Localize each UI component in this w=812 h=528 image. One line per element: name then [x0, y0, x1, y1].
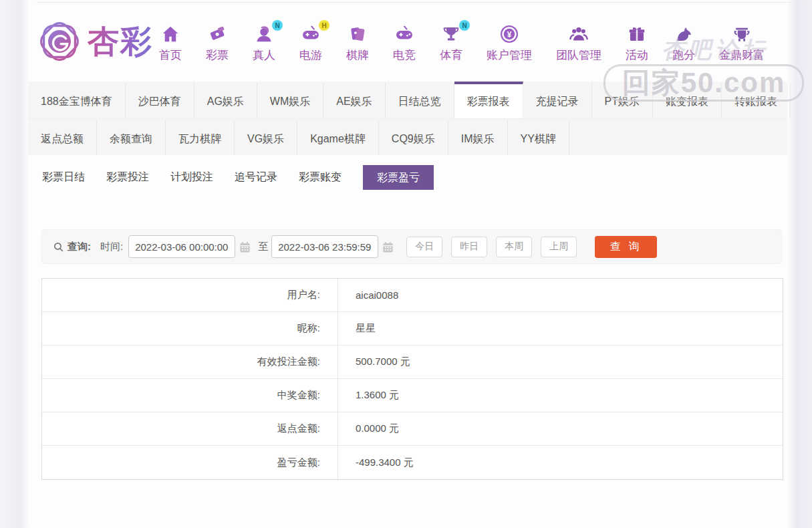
nav-item-egame[interactable]: H 电游	[299, 24, 322, 63]
tab-kgame[interactable]: Kgame棋牌	[297, 119, 379, 155]
brand-logo[interactable]: 杏彩	[37, 19, 153, 64]
today-button[interactable]: 今日	[406, 237, 442, 257]
row-label: 用户名:	[42, 279, 338, 311]
table-row: 返点金额: 0.0000 元	[42, 412, 783, 446]
query-bar: 查询: 时间: 至 今日 昨日 本周 上周 查 询	[41, 229, 782, 264]
activity-gift-icon	[627, 24, 647, 44]
nav-item-home[interactable]: 首页	[159, 24, 182, 63]
winning-amount-value: 1.3600 元	[338, 379, 783, 412]
tab-daily-summary[interactable]: 日结总览	[386, 82, 454, 118]
table-row: 有效投注金额: 500.7000 元	[42, 346, 783, 379]
table-row: 盈亏金额: -499.3400 元	[42, 446, 783, 479]
brand-name: 杏彩	[88, 21, 153, 63]
lotus-emblem-icon	[37, 19, 82, 64]
valid-bet-amount-value: 500.7000 元	[338, 346, 783, 378]
nav-item-activity[interactable]: 活动	[626, 24, 648, 63]
this-week-button[interactable]: 本周	[496, 237, 532, 257]
lottery-subtabs: 彩票日结 彩票投注 计划投注 追号记录 彩票账变 彩票盈亏	[42, 164, 434, 190]
main-nav: 首页 彩票 N 真人 H 电游 棋牌 电竞 N	[159, 24, 765, 63]
new-badge: N	[272, 20, 283, 31]
profit-report-table: 用户名: aicai0088 昵称: 星星 有效投注金额: 500.7000 元…	[41, 278, 783, 480]
row-label: 返点金额:	[42, 412, 338, 445]
hot-badge: H	[319, 20, 329, 31]
horse-icon	[674, 24, 694, 44]
page-left-margin	[0, 0, 29, 528]
tab-ag[interactable]: AG娱乐	[194, 82, 257, 118]
top-divider	[37, 2, 808, 3]
nav-item-lottery[interactable]: 彩票	[206, 24, 229, 63]
esports-gamepad-icon	[394, 24, 414, 44]
home-icon	[160, 24, 180, 44]
nav-item-live[interactable]: N 真人	[253, 24, 275, 63]
tab-balance-query[interactable]: 余额查询	[97, 119, 166, 155]
username-value: aicai0088	[338, 279, 783, 311]
new-badge: N	[459, 20, 470, 31]
nav-label: 电竞	[393, 47, 416, 63]
query-label: 查询:	[67, 241, 91, 253]
time-label: 时间:	[100, 241, 123, 253]
to-label: 至	[258, 241, 268, 253]
search-icon	[53, 241, 64, 253]
account-coin-icon: ¥	[499, 24, 519, 44]
time-to-input[interactable]	[271, 235, 378, 258]
nav-label: 首页	[159, 47, 182, 63]
calendar-icon[interactable]	[382, 241, 394, 253]
tab-rebate-total[interactable]: 返点总额	[28, 119, 97, 155]
tab-im[interactable]: IM娱乐	[448, 119, 508, 155]
subtab-plan-bets[interactable]: 计划投注	[170, 170, 213, 184]
nav-item-cards[interactable]: 棋牌	[346, 24, 369, 63]
sports-trophy-icon: N	[441, 24, 461, 44]
table-row: 中奖金额: 1.3600 元	[42, 379, 783, 412]
tab-yy[interactable]: YY棋牌	[508, 119, 569, 155]
profit-loss-amount-value: -499.3400 元	[338, 446, 783, 479]
tab-wm[interactable]: WM娱乐	[257, 82, 323, 118]
subtab-chase-records[interactable]: 追号记录	[235, 170, 277, 184]
row-label: 有效投注金额:	[42, 346, 338, 378]
time-from-input[interactable]	[128, 235, 235, 258]
subtab-lottery-daily[interactable]: 彩票日结	[42, 170, 85, 184]
tab-vg[interactable]: VG娱乐	[235, 119, 297, 155]
report-tabrow-1: 188金宝博体育 沙巴体育 AG娱乐 WM娱乐 AE娱乐 日结总览 彩票报表 充…	[28, 82, 787, 118]
egame-gamepad-icon: H	[301, 24, 321, 44]
tab-transfer-report[interactable]: 转账报表	[722, 82, 791, 118]
nav-item-sports[interactable]: N 体育	[440, 24, 462, 63]
nav-item-wealth[interactable]: 金鼎财富	[719, 24, 765, 63]
nav-label: 体育	[440, 47, 462, 63]
subtab-lottery-profit[interactable]: 彩票盈亏	[363, 165, 434, 190]
nav-label: 真人	[253, 47, 275, 63]
nav-item-team[interactable]: 团队管理	[556, 24, 601, 63]
tab-account-change[interactable]: 账变报表	[653, 82, 722, 118]
subtab-lottery-bets[interactable]: 彩票投注	[106, 170, 149, 184]
nav-item-esports[interactable]: 电竞	[393, 24, 416, 63]
yesterday-button[interactable]: 昨日	[451, 237, 487, 257]
table-row: 昵称: 星星	[42, 312, 783, 346]
query-submit-button[interactable]: 查 询	[595, 236, 657, 258]
nav-label: 彩票	[206, 47, 229, 63]
nav-label: 跑分	[672, 47, 695, 63]
nav-item-paofen[interactable]: 跑分	[672, 24, 695, 63]
nav-label: 电游	[299, 47, 322, 63]
tab-ae[interactable]: AE娱乐	[323, 82, 385, 118]
report-tabbar: 188金宝博体育 沙巴体育 AG娱乐 WM娱乐 AE娱乐 日结总览 彩票报表 充…	[28, 82, 787, 155]
nav-label: 棋牌	[346, 47, 369, 63]
live-person-icon: N	[254, 24, 274, 44]
tab-deposit-withdraw[interactable]: 充提记录	[523, 82, 592, 118]
row-label: 盈亏金额:	[42, 446, 338, 479]
team-people-icon	[569, 24, 589, 44]
nav-item-account[interactable]: ¥ 账户管理	[487, 24, 532, 63]
last-week-button[interactable]: 上周	[541, 237, 577, 257]
tab-pt[interactable]: PT娱乐	[592, 82, 653, 118]
subtab-lottery-changes[interactable]: 彩票账变	[299, 170, 342, 184]
tab-shaba[interactable]: 沙巴体育	[126, 82, 194, 118]
nickname-value: 星星	[338, 312, 783, 345]
svg-text:¥: ¥	[507, 30, 512, 39]
report-tabrow-2: 返点总额 余额查询 瓦力棋牌 VG娱乐 Kgame棋牌 CQ9娱乐 IM娱乐 Y…	[28, 118, 787, 155]
nav-label: 团队管理	[556, 47, 601, 63]
tab-lottery-report[interactable]: 彩票报表	[454, 82, 523, 118]
tab-cq9[interactable]: CQ9娱乐	[379, 119, 448, 155]
tab-wali[interactable]: 瓦力棋牌	[166, 119, 235, 155]
row-label: 中奖金额:	[42, 379, 338, 412]
tab-188jinbaobo[interactable]: 188金宝博体育	[28, 82, 126, 118]
lottery-ticket-icon	[207, 24, 227, 44]
calendar-icon[interactable]	[239, 241, 251, 253]
